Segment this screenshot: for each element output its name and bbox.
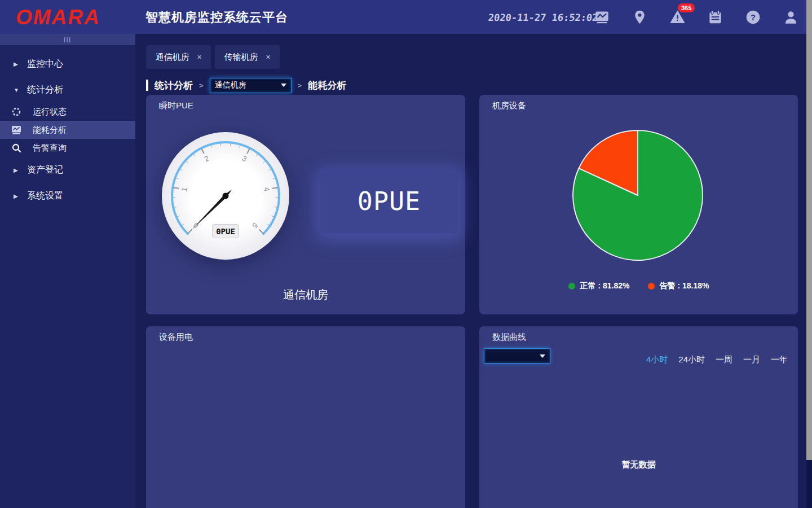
close-icon[interactable]: × [197, 52, 201, 62]
legend-label: 告警 : 18.18% [660, 281, 709, 291]
gauge-room-caption: 通信机房 [146, 287, 465, 303]
sidebar-menu: ▶ 监控中心 ▼ 统计分析 运行状态 能耗分析 告警查询 ▶ 资产 [0, 45, 135, 209]
range-24h[interactable]: 24小时 [678, 354, 705, 365]
panel-title: 瞬时PUE [159, 100, 193, 111]
sidebar-item-system-settings[interactable]: ▶ 系统设置 [0, 183, 135, 209]
sidebar-item-monitor-center[interactable]: ▶ 监控中心 [0, 51, 135, 77]
chevron-down-icon: ▼ [14, 87, 20, 93]
legend-item-alarm[interactable]: 告警 : 18.18% [648, 281, 709, 291]
breadcrumb-accent-bar [146, 80, 148, 91]
panel-title: 数据曲线 [492, 332, 526, 343]
caret-down-icon [540, 354, 545, 358]
sidebar-item-asset-register[interactable]: ▶ 资产登记 [0, 157, 135, 183]
breadcrumb-separator: > [199, 81, 204, 90]
user-icon[interactable] [783, 10, 798, 25]
sidebar-item-label: 运行状态 [33, 107, 67, 117]
sidebar-item-label: 能耗分析 [33, 125, 67, 135]
pue-value-card: 0PUE [320, 169, 458, 233]
panel-title: 设备用电 [159, 332, 193, 343]
chevron-right-icon: ▶ [14, 193, 20, 199]
panel-room-devices: 机房设备 正常 : 81.82% 告警 : 18.18% [479, 95, 798, 314]
sidebar-item-label: 统计分析 [27, 84, 63, 96]
search-icon [11, 143, 21, 153]
sidebar-item-running-status[interactable]: 运行状态 [0, 103, 135, 121]
pie-legend: 正常 : 81.82% 告警 : 18.18% [479, 281, 798, 291]
sidebar-collapse-handle[interactable]: ||| [0, 34, 135, 45]
panel-data-curve: 数据曲线 4小时 24小时 一周 一月 一年 暂无数据 [479, 326, 798, 508]
app-header: OMARA 智慧机房监控系统云平台 2020-11-27 16:52:02 36… [0, 0, 812, 34]
sidebar-item-label: 监控中心 [27, 58, 63, 70]
sidebar-item-label: 资产登记 [27, 164, 63, 176]
gauge-value-pill: 0PUE [212, 224, 239, 238]
tab-comm-room[interactable]: 通信机房 × [146, 45, 211, 69]
room-select[interactable]: 通信机房 [210, 78, 292, 93]
help-icon[interactable]: ? [745, 10, 761, 25]
panel-instant-pue: 瞬时PUE 012345 0PUE 0PUE 通信机房 [146, 95, 465, 314]
tab-label: 通信机房 [155, 52, 189, 63]
alarm-icon[interactable]: 365 [670, 10, 685, 25]
close-icon[interactable]: × [266, 52, 270, 62]
monitor-chart-icon[interactable] [594, 10, 610, 25]
energy-chart-icon [11, 125, 21, 135]
sidebar-item-alarm-query[interactable]: 告警查询 [0, 139, 135, 157]
chevron-right-icon: ▶ [14, 167, 20, 173]
range-year[interactable]: 一年 [771, 354, 788, 365]
status-ring-icon [11, 107, 21, 117]
svg-text:?: ? [751, 12, 756, 21]
brand-logo: OMARA [16, 6, 100, 29]
room-select-value: 通信机房 [215, 80, 246, 90]
legend-dot-alarm [648, 283, 655, 290]
time-range-filter: 4小时 24小时 一周 一月 一年 [646, 354, 788, 365]
location-icon[interactable] [632, 10, 647, 25]
main-content: 通信机房 × 传输机房 × 统计分析 > 通信机房 > 能耗分析 瞬时PUE 0… [135, 34, 806, 508]
legend-item-normal[interactable]: 正常 : 81.82% [568, 281, 630, 291]
legend-dot-normal [568, 283, 575, 290]
header-icon-bar: 365 ? [594, 0, 798, 34]
breadcrumb-page: 能耗分析 [308, 79, 346, 92]
panel-title: 机房设备 [492, 100, 526, 111]
panel-device-power: 设备用电 [146, 326, 465, 508]
tab-label: 传输机房 [224, 52, 258, 63]
breadcrumb-separator: > [298, 81, 302, 90]
caret-down-icon [281, 84, 286, 87]
scrollbar-thumb[interactable] [806, 0, 812, 460]
calendar-icon[interactable] [708, 10, 723, 25]
tab-transmission-room[interactable]: 传输机房 × [215, 45, 280, 69]
legend-label: 正常 : 81.82% [580, 281, 630, 291]
sidebar-item-label: 告警查询 [33, 143, 67, 154]
breadcrumb-section: 统计分析 [155, 79, 193, 92]
no-data-text: 暂无数据 [479, 459, 798, 470]
sidebar: ||| ▶ 监控中心 ▼ 统计分析 运行状态 能耗分析 告警查询 [0, 34, 135, 508]
breadcrumb: 统计分析 > 通信机房 > 能耗分析 [146, 77, 346, 93]
datetime-display: 2020-11-27 16:52:02 [488, 12, 599, 23]
pue-gauge-chart: 012345 [147, 117, 304, 275]
chevron-right-icon: ▶ [14, 61, 20, 67]
curve-metric-select[interactable] [484, 348, 550, 364]
sidebar-item-energy-analysis[interactable]: 能耗分析 [0, 121, 135, 139]
vertical-scrollbar[interactable] [806, 0, 812, 508]
range-4h[interactable]: 4小时 [646, 354, 668, 365]
alarm-count-badge: 365 [678, 3, 695, 12]
range-week[interactable]: 一周 [716, 354, 732, 365]
sidebar-item-label: 系统设置 [27, 190, 63, 202]
device-status-pie-chart [564, 122, 711, 269]
range-month[interactable]: 一月 [743, 354, 760, 365]
app-title: 智慧机房监控系统云平台 [145, 9, 288, 26]
sidebar-item-statistics[interactable]: ▼ 统计分析 [0, 77, 135, 103]
